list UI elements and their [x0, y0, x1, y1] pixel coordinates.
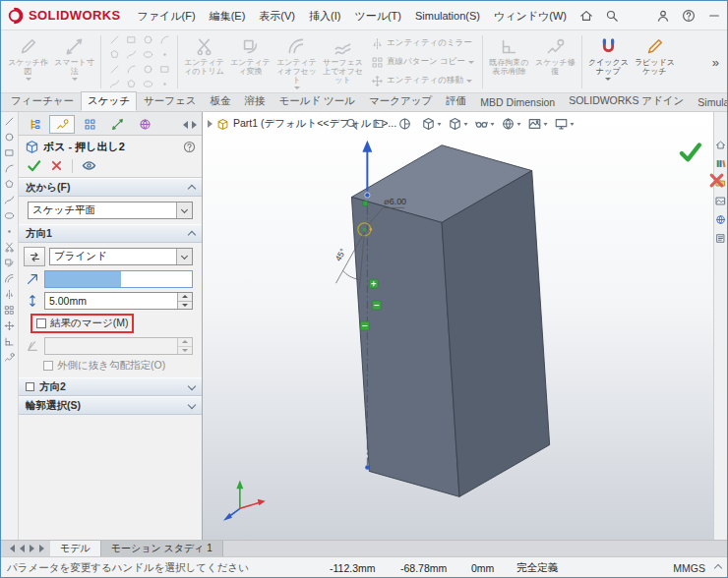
spin-down-icon[interactable] — [178, 346, 192, 355]
sketch-button[interactable]: スケッチ作図 — [5, 32, 51, 91]
tab-sheet-metal[interactable]: 板金 — [203, 91, 237, 111]
search-icon[interactable] — [599, 1, 625, 30]
custom-properties-icon[interactable] — [715, 233, 726, 244]
tree-expand-icon[interactable] — [208, 120, 212, 128]
sketch-spline-icon[interactable] — [123, 48, 139, 62]
spin-up-icon[interactable] — [178, 293, 192, 301]
depth-input[interactable]: 5.00mm — [44, 292, 193, 310]
sketch-ellipse-icon[interactable] — [140, 48, 155, 62]
status-expand-icon[interactable] — [715, 565, 721, 571]
smart-dimension-button[interactable]: スマート寸法 — [51, 32, 97, 91]
confirm-cancel-button[interactable] — [707, 171, 726, 190]
next-tab-icon[interactable] — [30, 545, 34, 552]
edit-appearance-icon[interactable] — [500, 115, 522, 133]
trim-icon[interactable] — [4, 242, 15, 253]
from-plane-select[interactable]: スケッチ平面 — [28, 202, 193, 219]
tab-surfaces[interactable]: サーフェス — [137, 91, 203, 111]
motion-study-tab[interactable]: モーション スタディ 1 — [101, 541, 223, 556]
spin-down-icon[interactable] — [178, 301, 192, 310]
menu-tools[interactable]: ツール(T) — [347, 1, 408, 30]
rapid-sketch-button[interactable]: ラピッドスケッチ — [632, 32, 678, 91]
home-icon[interactable] — [574, 1, 599, 30]
design-library-icon[interactable] — [715, 158, 726, 169]
pm-help-icon[interactable] — [183, 141, 196, 153]
minimize-button[interactable] — [701, 1, 727, 30]
appearances-icon[interactable] — [715, 214, 726, 225]
first-tab-icon[interactable] — [10, 545, 15, 552]
reverse-direction-button[interactable] — [24, 247, 45, 266]
dropdown-button[interactable] — [176, 249, 192, 264]
view-orientation-icon[interactable] — [420, 115, 443, 133]
direction2-checkbox[interactable] — [26, 382, 34, 391]
tab-mold-tools[interactable]: モールド ツール — [272, 91, 362, 111]
offset-icon[interactable] — [4, 273, 15, 284]
sketch-line-icon[interactable] — [106, 33, 122, 47]
apply-scene-icon[interactable] — [526, 115, 549, 133]
rectangle-icon[interactable] — [4, 147, 15, 158]
mirror-icon[interactable] — [4, 289, 15, 300]
last-tab-icon[interactable] — [39, 545, 44, 552]
pm-ok-button[interactable] — [27, 158, 41, 173]
offset-entities-button[interactable]: エンティティオフセット — [273, 32, 320, 91]
sketch-slot-icon[interactable] — [123, 63, 139, 77]
mirror-entities-button[interactable]: エンティティのミラー — [368, 35, 477, 51]
point-icon[interactable] — [4, 226, 15, 237]
angle-dimension[interactable]: 45° — [334, 247, 348, 262]
displaymanager-tab[interactable] — [132, 115, 157, 134]
move-entities-button[interactable]: エンティティの移動 — [368, 73, 477, 88]
display-style-icon[interactable] — [447, 115, 469, 133]
view-settings-icon[interactable] — [553, 115, 576, 133]
dropdown-button[interactable] — [176, 202, 192, 218]
tab-markup[interactable]: マークアップ — [362, 91, 439, 111]
scroll-right-icon[interactable] — [192, 121, 197, 129]
constraint-icon[interactable] — [4, 336, 15, 347]
tab-features[interactable]: フィーチャー — [4, 91, 81, 111]
linear-pattern-button[interactable]: 直線パターン コピー — [368, 54, 477, 70]
spin-up-icon[interactable] — [178, 338, 192, 346]
spline-icon[interactable] — [4, 195, 15, 205]
menu-simulation[interactable]: Simulation(S) — [408, 1, 487, 30]
merge-result-checkbox[interactable] — [36, 318, 46, 328]
sketch-chamfer-icon[interactable] — [156, 78, 172, 91]
arc-icon[interactable] — [4, 163, 15, 174]
sketch-equation-icon[interactable] — [140, 78, 155, 91]
sketch-point-icon[interactable] — [156, 48, 172, 62]
ellipse-icon[interactable] — [4, 210, 15, 221]
circle-icon[interactable] — [4, 132, 15, 143]
diameter-dimension[interactable]: ⌀6.00 — [384, 197, 406, 206]
ribbon-overflow-button[interactable]: » — [706, 55, 725, 70]
tab-simulation[interactable]: Simulation — [691, 93, 728, 111]
view-palette-icon[interactable] — [715, 196, 726, 206]
menu-window[interactable]: ウィンドウ(W) — [487, 1, 574, 30]
repair-icon[interactable] — [4, 352, 15, 363]
sketch-centerline-icon[interactable] — [106, 63, 122, 77]
menu-view[interactable]: 表示(V) — [252, 1, 302, 30]
sketch-circle-icon[interactable] — [140, 33, 155, 47]
menu-file[interactable]: ファイル(F) — [131, 1, 203, 30]
pm-cancel-button[interactable] — [50, 159, 63, 172]
confirm-ok-button[interactable] — [678, 140, 702, 164]
direction2-section-header[interactable]: 方向2 — [19, 377, 202, 396]
solidworks-resources-icon[interactable] — [715, 140, 726, 150]
draft-angle-input[interactable] — [44, 337, 193, 355]
end-condition-select[interactable]: ブラインド — [49, 248, 193, 265]
part-body[interactable] — [351, 145, 549, 497]
featuremanager-tab[interactable] — [22, 115, 47, 134]
sketch-rectangle-icon[interactable] — [123, 33, 139, 47]
previous-tab-icon[interactable] — [20, 545, 25, 552]
sketch-text-icon[interactable] — [106, 78, 122, 91]
sketch-fillet-icon[interactable] — [156, 63, 172, 77]
zoom-area-icon[interactable] — [367, 115, 390, 133]
gear-icon[interactable] — [625, 1, 650, 30]
sketch-conic-icon[interactable] — [140, 63, 155, 77]
display-delete-relations-button[interactable]: 既存拘束の表示/削除 — [486, 32, 532, 91]
unit-system[interactable]: MMGS — [673, 562, 705, 574]
dimxpertmanager-tab[interactable] — [104, 115, 130, 134]
propertymanager-tab[interactable] — [49, 115, 75, 134]
polygon-icon[interactable] — [4, 179, 15, 190]
tab-mbd-dimension[interactable]: MBD Dimension — [473, 93, 562, 111]
pm-preview-button[interactable] — [82, 158, 96, 173]
contour-section-header[interactable]: 輪郭選択(S) — [19, 396, 202, 415]
quick-snaps-button[interactable]: クイックスナップ — [585, 32, 632, 91]
menu-edit[interactable]: 編集(E) — [203, 1, 253, 30]
